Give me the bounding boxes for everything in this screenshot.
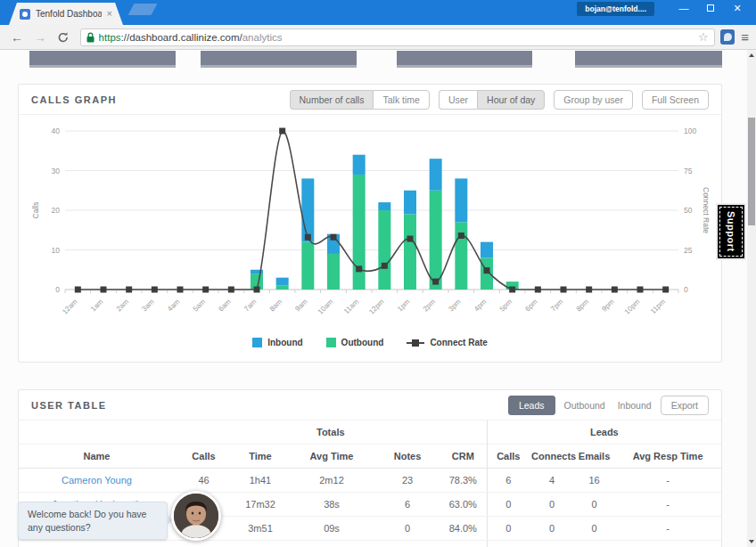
chat-message: Welcome back! Do you have any questions? <box>28 509 146 533</box>
browser-tab[interactable]: Tenfold Dashboard × <box>9 3 123 25</box>
bookmark-star-icon[interactable]: ☆ <box>698 30 709 44</box>
connect-rate-marker <box>356 265 362 272</box>
table-cell: 0 <box>574 517 614 541</box>
inbound-bar <box>276 278 289 286</box>
group-by-user-button[interactable]: Group by user <box>554 90 633 110</box>
table-group-header: Totals Leads <box>19 420 721 445</box>
connect-rate-marker <box>535 287 541 293</box>
menu-icon[interactable]: ≡ <box>741 29 749 45</box>
number-of-calls-button[interactable]: Number of calls <box>290 90 374 110</box>
export-button[interactable]: Export <box>661 396 709 415</box>
table-cell: 7m21 <box>288 541 375 547</box>
table-cell: 0 <box>530 493 574 517</box>
chart-legend: Inbound Outbound Connect Rate <box>19 338 721 347</box>
scrollbar-down-icon[interactable] <box>747 536 756 547</box>
hour-of-day-button[interactable]: Hour of day <box>477 90 545 110</box>
user-button[interactable]: User <box>439 90 477 110</box>
inbound-bar <box>481 242 493 258</box>
svg-text:5am: 5am <box>192 298 208 314</box>
connect-rate-marker <box>509 287 515 293</box>
inbound-bar <box>353 155 366 175</box>
svg-text:12pm: 12pm <box>367 298 386 316</box>
tab-title: Tenfold Dashboard <box>36 9 102 19</box>
table-cell: 0 <box>530 541 574 547</box>
connect-rate-marker <box>279 128 285 135</box>
calls-chart[interactable]: 010203040025507510012am1am2am3am4am5am6a… <box>28 122 714 336</box>
user-link[interactable]: Cameron Young <box>62 475 132 486</box>
inbound-bar <box>378 202 390 210</box>
column-header: Connects <box>530 445 574 469</box>
table-cell: 3m51 <box>233 517 288 541</box>
svg-text:7am: 7am <box>242 298 259 314</box>
truncated-card <box>201 51 357 68</box>
scrollbar-thumb[interactable] <box>748 118 755 225</box>
user-table-title: USER TABLE <box>31 400 508 411</box>
forward-icon[interactable]: → <box>34 31 46 44</box>
maximize-button[interactable] <box>697 0 724 20</box>
svg-text:2pm: 2pm <box>422 298 438 314</box>
table-row: Kendrick Gardner242h567m21062.5%000- <box>19 541 721 547</box>
extension-icon[interactable] <box>720 29 735 45</box>
tab-close-icon[interactable]: × <box>107 9 112 19</box>
leads-filter-button[interactable]: Leads <box>508 396 555 415</box>
close-button[interactable]: × <box>724 0 751 20</box>
table-cell: - <box>614 541 721 547</box>
avatar[interactable] <box>171 491 221 541</box>
table-cell: 0 <box>487 541 530 547</box>
inbound-bar <box>404 191 416 215</box>
connect-rate-marker <box>305 234 311 241</box>
connect-rate-marker <box>254 287 260 293</box>
full-screen-button[interactable]: Full Screen <box>642 90 709 110</box>
outbound-bar <box>301 242 314 290</box>
outbound-bar <box>378 210 390 290</box>
svg-text:20: 20 <box>52 206 61 215</box>
outbound-swatch-icon <box>326 338 336 347</box>
svg-text:25: 25 <box>684 246 693 255</box>
scrollbar[interactable] <box>747 50 756 547</box>
table-cell: 16 <box>574 469 614 493</box>
table-cell: 63.0% <box>440 493 487 517</box>
svg-text:2am: 2am <box>115 298 131 314</box>
outbound-bar <box>353 175 366 290</box>
inbound-filter-button[interactable]: Inbound <box>614 396 655 414</box>
column-header: Calls <box>487 445 530 469</box>
svg-text:50: 50 <box>684 206 693 215</box>
chat-bubble[interactable]: Welcome back! Do you have any questions? <box>18 502 168 540</box>
connect-rate-marker <box>152 287 158 293</box>
connect-rate-marker <box>484 267 490 274</box>
column-header: Time <box>233 445 288 469</box>
scrollbar-up-icon[interactable] <box>747 50 756 61</box>
table-cell: 2m12 <box>288 469 375 493</box>
refresh-icon[interactable] <box>57 31 70 44</box>
table-cell: 84.0% <box>440 517 487 541</box>
table-column-headers: NameCallsTimeAvg TimeNotesCRMCallsConnec… <box>19 445 721 469</box>
inbound-bar <box>301 178 314 241</box>
svg-text:8pm: 8pm <box>575 298 591 314</box>
table-cell: 38s <box>288 493 375 517</box>
address-bar[interactable]: https://dashboard.callinize.com/analytic… <box>80 29 715 46</box>
talk-time-button[interactable]: Talk time <box>373 90 429 110</box>
svg-text:6am: 6am <box>217 298 233 314</box>
calls-graph-header: CALLS GRAPH Number of calls Talk time Us… <box>19 85 721 115</box>
connect-rate-marker <box>458 233 464 239</box>
minimize-button[interactable]: — <box>670 0 697 20</box>
url-path: analytics <box>242 32 283 43</box>
svg-text:10: 10 <box>52 246 61 255</box>
legend-connect-rate: Connect Rate <box>407 338 487 347</box>
outbound-filter-button[interactable]: Outbound <box>561 396 609 414</box>
table-cell: 78.3% <box>440 469 487 493</box>
back-icon[interactable]: ← <box>11 31 23 44</box>
column-header: Notes <box>375 445 440 469</box>
new-tab-button[interactable] <box>128 4 158 15</box>
support-tab[interactable]: Support <box>716 203 746 260</box>
table-cell: 23 <box>375 469 440 493</box>
table-cell: 0 <box>375 517 440 541</box>
table-cell: Cameron Young <box>19 469 175 493</box>
legend-inbound: Inbound <box>252 338 302 347</box>
table-cell: 62.5% <box>440 541 487 547</box>
table-cell: - <box>614 469 721 493</box>
user-badge[interactable]: bojan@tenfold.... <box>577 2 654 16</box>
support-label: Support <box>726 211 736 252</box>
inbound-bar <box>455 178 467 222</box>
table-cell: 09s <box>288 517 375 541</box>
